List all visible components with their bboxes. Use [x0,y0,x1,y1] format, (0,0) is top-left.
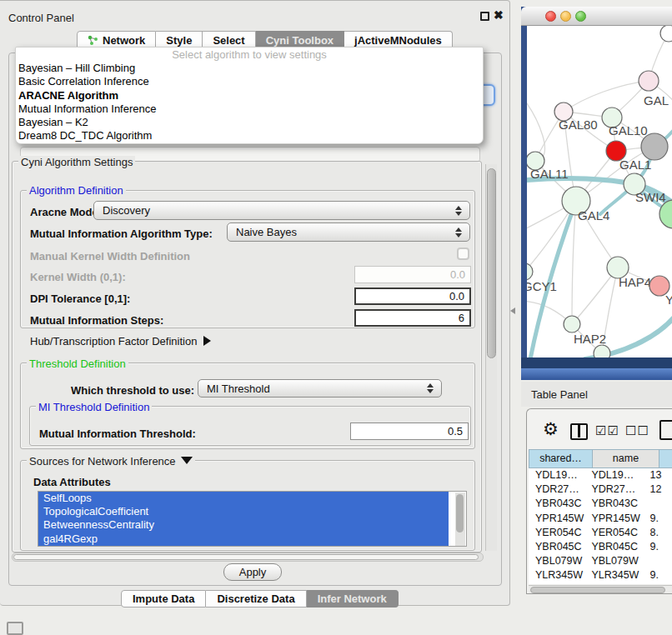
column-header[interactable]: A [659,449,672,468]
split-columns-icon[interactable] [570,423,588,440]
table-cell[interactable]: YDR27… [584,482,643,497]
close-window-icon[interactable] [545,11,556,22]
gear-icon[interactable]: ⚙ [543,420,559,438]
minimize-window-icon[interactable] [560,11,571,22]
table-cell[interactable]: 9. [643,512,672,526]
table-cell[interactable]: 9. [643,540,672,554]
table-cell[interactable]: YBR045C [529,540,584,554]
sources-legend[interactable]: Sources for Network Inference [27,455,195,468]
settings-hscrollbar-thumb[interactable] [13,554,479,560]
node-label: SWI4 [635,190,666,204]
table-cell[interactable]: YER054C [584,526,643,540]
network-window-titlebar[interactable] [521,7,672,26]
expander-expanded-icon[interactable] [181,457,193,464]
table-cell[interactable]: YIL052C [529,583,584,585]
cyni-algorithm-settings-legend: Cyni Algorithm Settings [18,156,135,168]
bottom-corner-button[interactable] [7,622,23,635]
network-node-gcy1[interactable] [527,263,533,280]
table-cell[interactable]: YBL079W [529,554,584,568]
which-threshold-combo[interactable]: MI Threshold [198,379,442,398]
mi-steps-field[interactable]: 6 [354,309,471,327]
dropdown-item[interactable]: Mutual Information Inference [16,102,483,116]
float-panel-icon[interactable] [480,12,489,21]
list-vscrollbar[interactable] [455,492,465,546]
table-cell[interactable]: YPR145W [584,512,643,526]
select-all-columns-icon[interactable]: ☑☑ [595,423,619,438]
close-panel-icon[interactable]: ✖ [494,8,504,22]
table-cell[interactable]: YPR145W [529,512,584,526]
dropdown-item[interactable]: Basic Correlation Inference [16,75,483,88]
table-cell[interactable]: YBL079W [584,554,643,568]
table-cell[interactable]: 9 [643,583,672,585]
network-node[interactable] [641,133,668,160]
table-row[interactable]: YDR27…YDR27…12 [529,482,672,497]
expander-collapsed-icon[interactable] [203,336,211,346]
tab-discretize-data[interactable]: Discretize Data [206,590,306,608]
table-cell[interactable]: 9. [643,568,672,582]
deselect-all-columns-icon[interactable]: ☐☐ [625,423,649,438]
settings-hscrollbar[interactable] [12,552,484,562]
tab-infer-network[interactable]: Infer Network [307,590,399,608]
network-node[interactable] [659,200,672,228]
table-row[interactable]: YER054CYER054C8. [529,526,672,540]
network-edge[interactable] [527,92,544,161]
mi-threshold-field[interactable]: 0.5 [350,422,469,440]
table-cell[interactable]: YER054C [529,526,584,540]
column-header[interactable]: name [593,449,659,468]
dropdown-item[interactable]: Bayesian – Hill Climbing [16,62,483,75]
settings-vscrollbar[interactable] [485,164,497,551]
new-table-icon[interactable] [659,420,672,440]
table-row[interactable]: YIL052CYIL052C9 [529,583,672,585]
data-attribute-item[interactable]: BetweennessCentrality [38,518,449,532]
data-attributes-list[interactable]: SelfLoopsTopologicalCoefficientBetweenne… [38,491,467,547]
table-row[interactable]: YDL19…YDL19…13 [529,468,672,482]
table-cell[interactable]: 12 [643,482,672,497]
aracne-mode-combo[interactable]: Discovery [93,201,470,220]
data-attribute-item[interactable]: TopologicalCoefficient [38,505,449,518]
network-edge[interactable] [572,201,576,324]
table-cell[interactable]: 13 [643,468,672,482]
table-cell[interactable]: YDL19… [584,468,643,482]
data-attribute-item[interactable]: gal4RGexp [38,532,449,546]
mi-type-combo[interactable]: Naive Bayes [227,222,470,242]
dropdown-item[interactable]: Bayesian – K2 [16,116,483,129]
table-row[interactable]: YBR043CYBR043C [529,497,672,511]
network-node[interactable] [594,345,610,358]
table-row[interactable]: YLR345WYLR345W9. [529,568,672,582]
network-node-hap2[interactable] [564,316,580,332]
control-panel-window: Control Panel ✖ Network Style Select Cyn… [0,0,510,606]
table-cell[interactable]: YBR045C [584,540,643,554]
dropdown-item[interactable]: Dream8 DC_TDC Algorithm [16,129,483,142]
data-attribute-item[interactable]: SelfLoops [38,492,449,505]
network-edge[interactable] [564,81,649,112]
table-cell[interactable]: YDL19… [529,468,584,482]
table-hscrollbar[interactable] [529,585,672,594]
table-row[interactable]: YPR145WYPR145W9. [529,512,672,526]
table-hscrollbar-thumb[interactable] [530,587,665,593]
settings-vscrollbar-thumb[interactable] [487,168,496,358]
network-node-gal[interactable] [639,71,659,91]
table-cell[interactable]: YLR345W [584,568,643,582]
table-row[interactable]: YBR045CYBR045C9. [529,540,672,554]
tab-impute-data[interactable]: Impute Data [121,590,206,608]
table-cell[interactable]: YLR345W [529,568,584,582]
table-cell[interactable]: YDR27… [529,482,584,497]
splitter-collapse-icon[interactable] [510,308,515,314]
table-cell[interactable]: 8. [643,526,672,540]
table-cell[interactable] [643,497,672,511]
table-cell[interactable]: YIL052C [584,583,643,585]
table-row[interactable]: YBL079WYBL079W [529,554,672,568]
apply-button[interactable]: Apply [223,563,282,581]
network-node[interactable] [660,26,672,42]
table-cell[interactable]: YBR043C [529,497,584,511]
zoom-window-icon[interactable] [575,11,586,22]
dpi-tolerance-field[interactable]: 0.0 [354,288,471,305]
network-canvas[interactable]: GALGAL80GAL10GAL1GAL11SWI4GAL4GCY1HAP4YH… [527,26,672,358]
list-vscrollbar-thumb[interactable] [456,494,464,532]
dropdown-item[interactable]: ARACNE Algorithm [16,89,483,102]
hub-expander[interactable]: Hub/Transcription Factor Definition [30,335,211,348]
table-cell[interactable]: YBR043C [584,497,643,511]
table-cell[interactable] [643,554,672,568]
dpi-tolerance-label: DPI Tolerance [0,1]: [30,292,130,305]
column-header[interactable]: shared… [529,449,593,468]
